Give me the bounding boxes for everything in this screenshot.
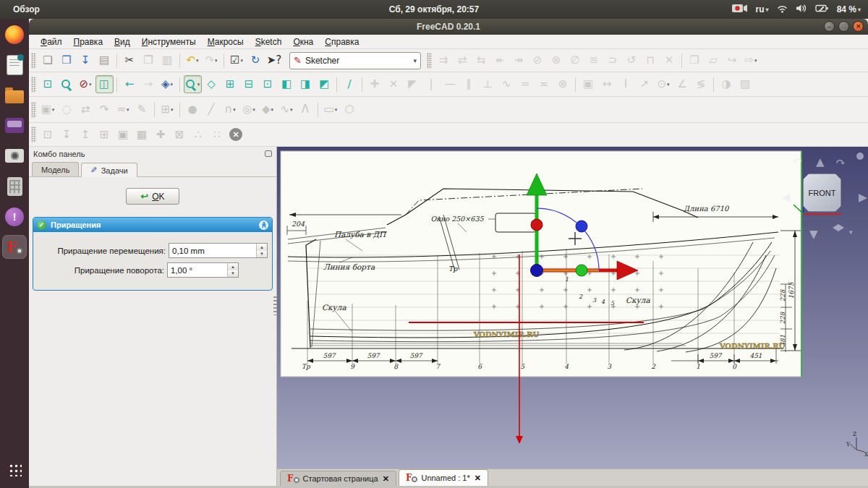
keyboard-layout-indicator[interactable]: ru▾ [756,4,769,14]
toolbar-grip[interactable] [31,53,36,69]
nav-up-arrow[interactable]: ▲ [816,155,825,168]
translation-increment-input[interactable] [169,244,256,257]
draw-style-button[interactable]: ⊘▾ [77,75,95,93]
dock-item-files[interactable] [2,83,27,107]
fit-selection-button[interactable] [58,75,76,93]
constraint-swap-button[interactable]: ⇆ [472,51,490,69]
rotation-increment-input[interactable] [168,263,227,277]
close-button[interactable]: ✕ [853,21,864,32]
fillet-dropdown-arrow[interactable]: ▾ [127,107,129,113]
zoom-region-dropdown-arrow[interactable]: ▾ [197,82,200,87]
close-task-button[interactable] [227,126,245,144]
external-geometry-button[interactable]: ⊞▾ [158,100,176,119]
menu-item-0[interactable]: Файл [35,35,68,48]
link-make-button[interactable]: ↪ [723,51,741,69]
3d-viewport[interactable]: Палуба в ДП Линия борта Скула Скула Тр О… [277,147,868,468]
constrain-coincident-button[interactable]: ✕ [385,75,403,93]
close-tab-icon[interactable]: ✕ [475,474,481,483]
translation-increment-field[interactable]: ▲ ▼ [169,243,268,258]
nav-right-arrow[interactable]: ▶ [859,191,867,204]
red-handle-dot[interactable] [531,219,542,231]
collapse-icon[interactable]: ≪ [259,221,268,230]
dock-item-freecad[interactable]: F [2,235,27,259]
edit-sketch-dropdown-arrow[interactable]: ▾ [52,107,55,113]
minimize-button[interactable]: – [824,21,835,32]
spin-up-icon[interactable]: ▲ [228,263,238,270]
workbench-dropdown-arrow[interactable]: ▾ [413,57,417,64]
view-axonometric-button[interactable]: ◇ [203,75,221,93]
show-applications-button[interactable] [2,458,27,481]
cut-button[interactable]: ✂ [121,51,139,69]
select-origin-button[interactable]: ↞ [491,51,509,69]
nav-forward-button[interactable]: → [140,75,158,93]
link-replace-button[interactable]: ⇨▾ [742,51,760,69]
spin-down-icon[interactable]: ▼ [228,270,238,278]
tab-model[interactable]: Модель [32,162,79,176]
view-isometric-dropdown-arrow[interactable]: ▾ [171,82,174,87]
paste-button[interactable]: ▥ [158,51,176,69]
save-file-button[interactable]: ↧ [77,51,95,69]
dock-item-calculator[interactable] [2,174,27,198]
constrain-parallel-button[interactable]: ∥ [460,75,478,93]
redo-button[interactable]: ↷▾ [203,51,221,69]
volume-icon[interactable] [796,4,808,15]
constrain-radius-button[interactable]: ⊙▾ [655,75,673,93]
create-circle-dropdown-arrow[interactable]: ▾ [252,107,255,113]
nav-sphere-icon[interactable] [856,153,864,160]
link-replace-dropdown-arrow[interactable]: ▾ [754,58,757,64]
constrain-tangent-button[interactable]: ∿ [498,75,516,93]
toggle-active-constraint-button[interactable]: ▨ [736,75,754,93]
export-geometry-button[interactable]: ↥ [77,126,95,144]
toolbar-grip[interactable] [427,53,432,69]
constraint-dof-button[interactable]: ⇉ [435,51,453,69]
green-handle-dot[interactable] [576,265,587,276]
view-rear-button[interactable]: ◧ [278,75,296,93]
axis-cross-button[interactable]: ✚ [366,75,384,93]
blue-rotation-dot[interactable] [576,221,587,232]
menu-item-2[interactable]: Вид [109,35,136,48]
group-folder-button[interactable]: ▱ [705,51,723,69]
increments-header[interactable]: ✓ Приращения ≪ [33,218,272,232]
constrain-distance-button[interactable]: ↗ [636,75,654,93]
create-polygon-button[interactable]: ⬡ [341,100,359,119]
toolbar-grip[interactable] [31,127,36,142]
view-top-button[interactable]: ⊟ [240,75,258,93]
nav-rotate-left-icon[interactable]: ↶ [792,153,802,168]
select-redundant-button[interactable]: ⊗ [548,51,566,69]
create-arc-button[interactable]: ∩▾ [221,100,239,119]
menu-item-3[interactable]: Инструменты [136,35,202,48]
part-box-button[interactable]: ❒ [686,51,704,69]
extend-edge-button[interactable]: ⇄ [77,100,95,119]
sketch-axes-button[interactable]: ✚ [152,126,170,144]
ok-button[interactable]: ↩ OK [126,188,179,205]
merge-sketches-button[interactable]: ∴ [190,126,208,144]
view-box-shaded-button[interactable]: ▦ [133,126,151,144]
view-right-button[interactable]: ⊡ [259,75,277,93]
fit-all-button[interactable]: ⊡ [39,75,57,93]
redo-dropdown-arrow[interactable]: ▾ [215,58,218,64]
view-bottom-button[interactable]: ◨ [297,75,315,93]
maximize-button[interactable]: □ [838,21,849,32]
new-file-button[interactable]: ❏ [39,51,57,69]
nav-left-arrow[interactable]: ◀ [782,191,791,204]
activities-button[interactable]: Обзор [0,4,53,14]
zoom-region-button[interactable]: ▾ [184,75,202,93]
external-geometry-dropdown-arrow[interactable]: ▾ [171,107,174,113]
constrain-perpendicular-button[interactable]: ⊥ [479,75,497,93]
stop-operation-button[interactable]: ✕ [660,51,678,69]
constrain-angle-button[interactable]: ∠ [673,75,692,93]
macro-execute-button[interactable]: ☑▾ [228,51,246,69]
split-edge-button[interactable]: ↷ [95,100,114,119]
dock-item-media-app[interactable] [2,114,27,137]
validate-sketch-button[interactable]: ⊠ [171,126,189,144]
battery-percent[interactable]: 84 %▾ [837,4,861,14]
constrain-lock-button[interactable]: ▣ [579,75,597,93]
fillet-button[interactable]: ≈▾ [114,100,132,119]
tab-start-page[interactable]: F Стартовая страница ✕ [280,471,396,486]
create-conic-button[interactable]: ◆▾ [259,100,277,119]
constrain-symmetric-button[interactable]: ≍ [535,75,553,93]
tab-unnamed-document[interactable]: F Unnamed : 1* ✕ [399,469,488,486]
dock-item-firefox[interactable] [2,22,27,46]
create-circle-button[interactable]: ◎▾ [240,100,258,119]
toolbar-grip[interactable] [31,102,36,118]
